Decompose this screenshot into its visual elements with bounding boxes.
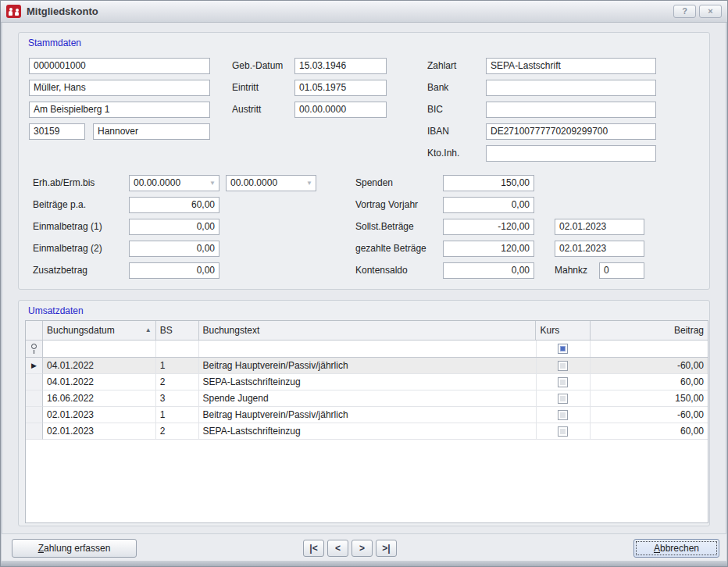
bic-field[interactable] [486,102,656,118]
einmalbetrag1-field[interactable]: 0,00 [129,219,219,235]
cell-beitrag[interactable]: -60,00 [591,407,708,423]
erm-bis-dropdown[interactable]: 00.00.0000 ▼ [226,175,316,191]
gezahlte-datum-field[interactable]: 02.01.2023 [555,241,644,257]
cell-buchungstext[interactable]: SEPA-Lastschrifteinzug [199,374,537,390]
cell-bs[interactable]: 1 [156,358,199,374]
umsatzdaten-group-title: Umsatzdaten [28,305,84,316]
current-row-icon: ▶ [31,362,37,369]
kurs-checkbox[interactable] [558,377,568,387]
erh-ab-value: 00.00.0000 [134,177,180,188]
table-row[interactable]: 16.06.2022 3 Spende Jugend 150,00 [26,390,708,407]
sollst-datum-field[interactable]: 02.01.2023 [555,219,644,235]
member-number-field[interactable]: 0000001000 [29,58,210,74]
sollst-betraege-field[interactable]: -120,00 [443,219,534,235]
cell-kurs[interactable] [537,390,591,407]
column-header-kurs[interactable]: Kurs [536,321,591,340]
row-indicator-cell [26,374,43,390]
gezahlte-betraege-field[interactable]: 120,00 [443,241,534,257]
austritt-field[interactable]: 00.00.0000 [294,102,387,118]
kurs-checkbox[interactable] [558,394,568,404]
city-field[interactable]: Hannover [93,123,210,140]
kurs-checkbox[interactable] [558,426,568,437]
spenden-field[interactable]: 150,00 [443,175,534,191]
cell-kurs[interactable] [537,407,591,423]
column-header-bs[interactable]: BS [156,321,199,340]
cell-buchungsdatum[interactable]: 02.01.2023 [43,407,156,423]
cell-beitrag[interactable]: 150,00 [591,390,708,407]
street-field[interactable]: Am Beispielberg 1 [29,102,210,118]
cell-kurs[interactable] [537,358,591,374]
cell-kurs[interactable] [537,374,591,390]
cell-buchungstext[interactable]: SEPA-Lastschrifteinzug [199,423,537,440]
help-button[interactable]: ? [673,5,696,18]
cell-buchungstext[interactable]: Beitrag Hauptverein/Passiv/jährlich [199,407,537,423]
column-header-buchungsdatum[interactable]: Buchungsdatum ▲ [43,321,156,340]
cell-buchungsdatum[interactable]: 04.01.2022 [43,374,156,390]
kurs-checkbox[interactable] [558,410,568,420]
cell-buchungsdatum[interactable]: 02.01.2023 [43,423,156,440]
zahlart-field[interactable]: SEPA-Lastschrift [486,58,656,74]
filter-cell-kurs[interactable] [537,341,591,357]
kto-inh-field[interactable] [486,145,656,162]
zahlart-label: Zahlart [427,60,456,72]
cell-bs[interactable]: 2 [156,374,199,390]
filter-cell-bs[interactable] [156,341,199,357]
zip-field[interactable]: 30159 [29,123,85,140]
zahlung-erfassen-button[interactable]: Zahlung erfassen [12,539,137,558]
kurs-filter-checkbox[interactable] [558,344,568,354]
geb-datum-label: Geb.-Datum [232,60,283,72]
iban-field[interactable]: DE27100777770209299700 [486,123,656,140]
filter-cell-buchungsdatum[interactable] [43,341,156,357]
sollst-betraege-label: Sollst.Beträge [355,221,414,233]
table-row[interactable]: 02.01.2023 1 Beitrag Hauptverein/Passiv/… [26,407,708,423]
cell-buchungsdatum[interactable]: 16.06.2022 [43,390,156,407]
header-indicator-cell [26,321,43,340]
beitraege-pa-field[interactable]: 60,00 [129,197,219,213]
row-indicator-cell [26,407,43,423]
kurs-checkbox[interactable] [558,361,568,371]
kontensaldo-field[interactable]: 0,00 [443,262,534,279]
filter-pin-icon [30,344,37,354]
cell-bs[interactable]: 2 [156,423,199,440]
mahnkz-field[interactable]: 0 [599,262,644,279]
column-header-beitrag[interactable]: Beitrag [591,321,708,340]
abbrechen-button[interactable]: Abbrechen [633,539,719,558]
stammdaten-group-title: Stammdaten [28,37,81,48]
cell-buchungstext[interactable]: Spende Jugend [199,390,537,407]
eintritt-field[interactable]: 01.05.1975 [294,80,387,96]
cell-bs[interactable]: 3 [156,390,199,407]
name-field[interactable]: Müller, Hans [29,80,210,96]
table-row[interactable]: 04.01.2022 2 SEPA-Lastschrifteinzug 60,0… [26,374,708,390]
erh-ab-dropdown[interactable]: 00.00.0000 ▼ [129,175,219,191]
cell-kurs[interactable] [537,423,591,440]
window-bottom-edge [1,561,727,566]
close-button[interactable]: × [699,5,722,18]
window-title: Mitgliedskonto [27,5,98,17]
einmalbetrag2-field[interactable]: 0,00 [129,241,219,257]
nav-first-button[interactable]: |< [303,540,324,557]
nav-prev-button[interactable]: < [327,540,348,557]
filter-cell-buchungstext[interactable] [199,341,537,357]
nav-next-button[interactable]: > [352,540,373,557]
vortrag-vorjahr-field[interactable]: 0,00 [443,197,534,213]
table-row[interactable]: 02.01.2023 2 SEPA-Lastschrifteinzug 60,0… [26,423,708,440]
title-bar: Mitgliedskonto ? × [1,1,727,23]
cell-beitrag[interactable]: 60,00 [591,423,708,440]
bank-field[interactable] [486,80,656,96]
column-header-buchungstext[interactable]: Buchungstext [199,321,537,340]
filter-cell-beitrag[interactable] [591,341,708,357]
person-icon [15,12,19,16]
table-row[interactable]: ▶ 04.01.2022 1 Beitrag Hauptverein/Passi… [26,358,708,374]
cell-beitrag[interactable]: 60,00 [591,374,708,390]
cell-buchungstext[interactable]: Beitrag Hauptverein/Passiv/jährlich [199,358,537,374]
erh-erm-label: Erh.ab/Erm.bis [33,177,95,189]
cell-bs[interactable]: 1 [156,407,199,423]
transactions-grid: Buchungsdatum ▲ BS Buchungstext Kurs Bei… [25,320,708,523]
cell-beitrag[interactable]: -60,00 [591,358,708,374]
zusatzbetrag-field[interactable]: 0,00 [129,262,219,279]
mahnkz-label: Mahnkz [555,265,587,276]
nav-last-button[interactable]: >| [376,540,397,557]
geb-datum-field[interactable]: 15.03.1946 [294,58,387,74]
cell-buchungsdatum[interactable]: 04.01.2022 [43,358,156,374]
row-indicator-cell: ▶ [26,358,43,374]
